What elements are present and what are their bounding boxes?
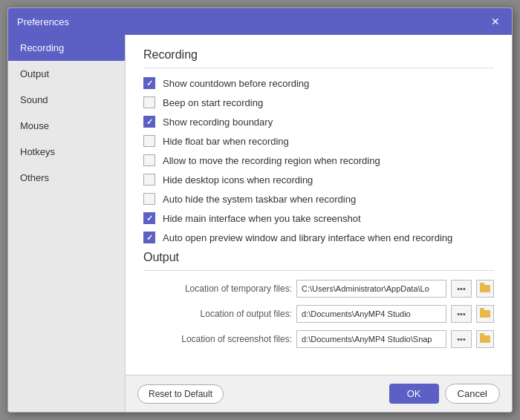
cancel-button[interactable]: Cancel — [445, 384, 500, 404]
sidebar-item-others[interactable]: Others — [8, 165, 125, 191]
checkbox-row-beep: Beep on start recording — [143, 96, 494, 108]
checkbox-floatbar[interactable] — [143, 135, 155, 147]
checkbox-move-region[interactable] — [143, 154, 155, 166]
recording-section-title: Recording — [143, 48, 494, 68]
checkbox-hide-taskbar[interactable] — [143, 193, 155, 205]
sidebar: Recording Output Sound Mouse Hotkeys Oth… — [8, 35, 126, 412]
folder-icon-2 — [480, 310, 490, 318]
sidebar-item-mouse[interactable]: Mouse — [8, 113, 125, 139]
checkbox-row-boundary: Show recording boundary — [143, 116, 494, 128]
checkbox-row-hide-taskbar: Auto hide the system taskbar when record… — [143, 193, 494, 205]
checkbox-hide-icons[interactable] — [143, 174, 155, 186]
content-area: Recording Output Sound Mouse Hotkeys Oth… — [8, 35, 512, 412]
checkbox-row-move-region: Allow to move the recording region when … — [143, 154, 494, 166]
temp-files-folder-button[interactable] — [476, 280, 494, 298]
sidebar-item-hotkeys[interactable]: Hotkeys — [8, 139, 125, 165]
file-row-temp: Location of temporary files: C:\Users\Ad… — [143, 280, 494, 298]
dialog-title: Preferences — [17, 16, 69, 27]
screenshot-files-dots-button[interactable]: ••• — [451, 330, 472, 348]
sidebar-item-sound[interactable]: Sound — [8, 87, 125, 113]
temp-files-label: Location of temporary files: — [143, 283, 292, 294]
title-bar: Preferences ✕ — [8, 8, 512, 35]
checkbox-boundary[interactable] — [143, 116, 155, 128]
checkbox-countdown-label: Show countdown before recording — [163, 78, 309, 89]
preferences-dialog: Preferences ✕ Recording Output Sound Mou… — [7, 7, 513, 413]
checkbox-row-auto-open: Auto open preview window and library int… — [143, 232, 494, 243]
checkbox-row-floatbar: Hide float bar when recording — [143, 135, 494, 147]
checkbox-boundary-label: Show recording boundary — [163, 117, 273, 128]
checkbox-beep[interactable] — [143, 96, 155, 108]
checkbox-row-hide-main: Hide main interface when you take screen… — [143, 212, 494, 224]
reset-button[interactable]: Reset to Default — [137, 384, 224, 404]
sidebar-item-output[interactable]: Output — [8, 61, 125, 87]
screenshot-files-folder-button[interactable] — [476, 330, 494, 348]
ok-button[interactable]: OK — [389, 384, 439, 404]
checkbox-row-hide-icons: Hide desktop icons when recording — [143, 174, 494, 186]
main-panel: Recording Show countdown before recordin… — [126, 35, 512, 412]
checkbox-hide-taskbar-label: Auto hide the system taskbar when record… — [163, 194, 356, 205]
checkbox-countdown[interactable] — [143, 77, 155, 89]
output-files-dots-button[interactable]: ••• — [451, 305, 472, 323]
folder-icon-3 — [480, 335, 490, 343]
checkbox-auto-open-label: Auto open preview window and library int… — [163, 232, 452, 243]
footer: Reset to Default OK Cancel — [126, 375, 512, 412]
screenshot-files-label: Location of screenshot files: — [143, 334, 292, 344]
checkbox-auto-open[interactable] — [143, 232, 155, 243]
output-files-input[interactable]: d:\Documents\AnyMP4 Studio — [296, 305, 446, 323]
main-content: Recording Show countdown before recordin… — [126, 35, 512, 375]
file-row-output: Location of output files: d:\Documents\A… — [143, 305, 494, 323]
checkbox-hide-main-label: Hide main interface when you take screen… — [163, 213, 361, 224]
output-files-label: Location of output files: — [143, 309, 292, 319]
checkbox-move-region-label: Allow to move the recording region when … — [163, 155, 380, 166]
checkbox-floatbar-label: Hide float bar when recording — [163, 136, 289, 147]
folder-icon — [480, 285, 490, 292]
sidebar-item-recording[interactable]: Recording — [8, 35, 125, 61]
screenshot-files-input[interactable]: d:\Documents\AnyMP4 Studio\Snap — [296, 330, 446, 348]
checkbox-hide-icons-label: Hide desktop icons when recording — [163, 174, 313, 186]
temp-files-dots-button[interactable]: ••• — [451, 280, 472, 298]
footer-actions: OK Cancel — [389, 384, 500, 404]
file-row-screenshot: Location of screenshot files: d:\Documen… — [143, 330, 494, 348]
output-section: Output Location of temporary files: C:\U… — [143, 251, 494, 348]
output-section-title: Output — [143, 251, 494, 271]
checkbox-row-countdown: Show countdown before recording — [143, 77, 494, 89]
temp-files-input[interactable]: C:\Users\Administrator\AppData\Lo — [296, 280, 446, 298]
checkbox-beep-label: Beep on start recording — [163, 97, 263, 108]
output-files-folder-button[interactable] — [476, 305, 494, 323]
checkbox-hide-main[interactable] — [143, 212, 155, 224]
close-button[interactable]: ✕ — [488, 15, 503, 28]
